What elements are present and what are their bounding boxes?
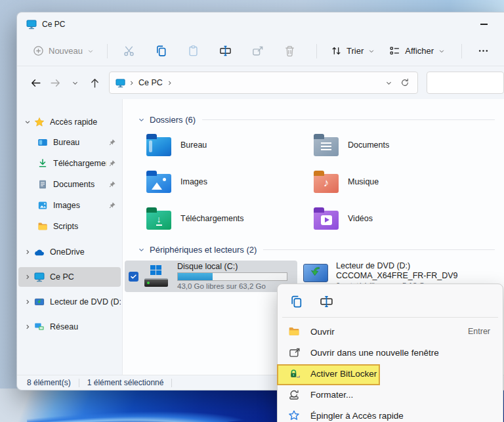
rename-icon [320,295,333,308]
pictures-folder-icon [146,174,171,193]
up-button[interactable] [85,73,104,93]
forward-button[interactable] [45,73,65,93]
pin-icon [106,180,118,188]
drive-name: Lecteur de DVD (D:) [336,261,457,271]
star-icon [33,117,45,127]
plus-circle-icon [33,45,44,56]
chevron-collapsed-icon[interactable] [22,274,32,280]
menu-item-shortcut: Entrer [468,327,490,336]
chevron-collapsed-icon[interactable] [22,324,32,330]
refresh-icon[interactable] [400,78,410,87]
drive-volume-label: CCCOMA_X64FRE_FR-FR_DV9 [336,271,457,281]
sidebar-item-scripts[interactable]: Scripts [18,216,121,237]
sidebar-item-downloads[interactable]: Téléchargements [18,153,121,174]
search-input[interactable] [427,72,503,93]
pin-icon [106,138,118,146]
folders-grid: Bureau Documents Images ♪ Musique [136,132,504,232]
selected-count: 1 élément sélectionné [87,378,164,387]
sidebar-item-desktop[interactable]: Bureau [18,132,121,153]
more-options-button[interactable] [470,40,496,62]
sidebar-item-onedrive[interactable]: OneDrive [18,242,121,262]
menu-item-format[interactable]: Formater... [281,384,499,405]
folder-label: Bureau [180,140,207,150]
menu-item-open-new-window[interactable]: Ouvrir dans une nouvelle fenêtre [281,342,499,363]
rename-button[interactable] [318,293,335,310]
address-dropdown-icon[interactable] [385,79,392,87]
view-label: Afficher [405,46,434,56]
download-icon [37,158,48,169]
chevron-expanded-icon[interactable] [136,116,146,123]
share-button[interactable] [244,40,270,62]
paste-button[interactable] [180,40,206,62]
trash-icon [284,45,296,57]
sidebar-item-label: OneDrive [50,247,121,257]
group-header-rule [263,249,495,250]
sidebar-item-documents[interactable]: Documents [18,174,121,195]
command-bar: Nouveau [17,36,504,66]
sort-dropdown[interactable]: Trier [325,41,381,60]
copy-button[interactable] [287,293,304,310]
folder-icon [37,221,48,232]
context-menu-quick-actions [281,288,499,317]
downloads-folder-icon: ↓ [146,211,171,230]
minimize-icon [480,24,488,25]
folder-label: Images [180,177,207,186]
sidebar-item-network[interactable]: Réseau [18,317,121,337]
folders-group-header[interactable]: Dossiers (6) [136,112,495,127]
desktop-folder-icon [146,137,171,156]
chevron-collapsed-icon[interactable] [22,299,32,305]
folder-tile-downloads[interactable]: ↓ Téléchargements [136,205,303,232]
breadcrumb-chevron-icon[interactable] [129,80,135,86]
chevron-expanded-icon[interactable] [22,119,32,125]
sidebar-item-label: Ce PC [50,272,121,282]
this-pc-icon [26,19,37,30]
folder-tile-videos[interactable]: Vidéos [303,205,471,232]
sidebar-item-label: Images [53,201,106,210]
chevron-down-icon [368,48,375,54]
menu-item-activate-bitlocker[interactable]: Activer BitLocker [281,363,499,384]
drive-tile-local-c[interactable]: Disque local (C:) 43,0 Go libres sur 63,… [125,261,297,292]
folder-tile-music[interactable]: ♪ Musique [303,169,471,195]
selected-checkbox[interactable] [129,272,138,282]
sidebar-item-label: Scripts [53,222,121,231]
chevron-collapsed-icon[interactable] [22,249,32,255]
arrow-up-icon [89,77,100,89]
menu-item-label: Épingler à Accès rapide [310,411,490,421]
cut-button[interactable] [116,40,142,62]
chevron-expanded-icon[interactable] [136,246,146,253]
drives-header-label: Périphériques et lecteurs (2) [150,245,257,255]
minimize-button[interactable] [470,16,497,33]
sidebar-item-dvd-drive[interactable]: Lecteur de DVD (D:) [18,292,121,312]
item-count: 8 élément(s) [27,378,71,387]
drives-group-header[interactable]: Périphériques et lecteurs (2) [136,242,495,257]
menu-item-open[interactable]: Ouvrir Entrer [281,321,499,342]
recent-locations-button[interactable] [65,73,85,93]
menu-item-pin-quick-access[interactable]: Épingler à Accès rapide [281,405,499,422]
breadcrumb-chevron-icon[interactable] [167,80,173,86]
folder-tile-documents[interactable]: Documents [303,132,471,158]
folder-label: Documents [348,140,389,150]
navigation-bar: Ce PC [17,66,504,99]
sidebar-item-label: Documents [53,180,106,189]
folder-tile-pictures[interactable]: Images [136,169,303,195]
dvd-drive-icon [303,264,328,282]
back-button[interactable] [26,73,45,93]
sidebar-item-this-pc[interactable]: Ce PC [18,267,121,287]
new-button[interactable]: Nouveau [28,41,99,60]
sidebar-item-quick-access[interactable]: Accès rapide [18,112,121,132]
copy-button[interactable] [148,40,174,62]
sidebar-item-pictures[interactable]: Images [18,195,121,216]
breadcrumb-this-pc[interactable]: Ce PC [136,77,165,89]
chevron-down-icon [87,48,94,54]
delete-button[interactable] [276,40,303,62]
view-dropdown[interactable]: Afficher [383,41,451,60]
documents-folder-icon [314,137,339,156]
view-icon [389,45,400,56]
search-box[interactable] [427,72,504,94]
rename-button[interactable] [212,40,238,62]
address-bar[interactable]: Ce PC [109,72,418,94]
chevron-down-icon [72,79,79,87]
folder-tile-desktop[interactable]: Bureau [136,132,303,158]
open-folder-icon [287,326,301,337]
network-icon [33,322,45,332]
